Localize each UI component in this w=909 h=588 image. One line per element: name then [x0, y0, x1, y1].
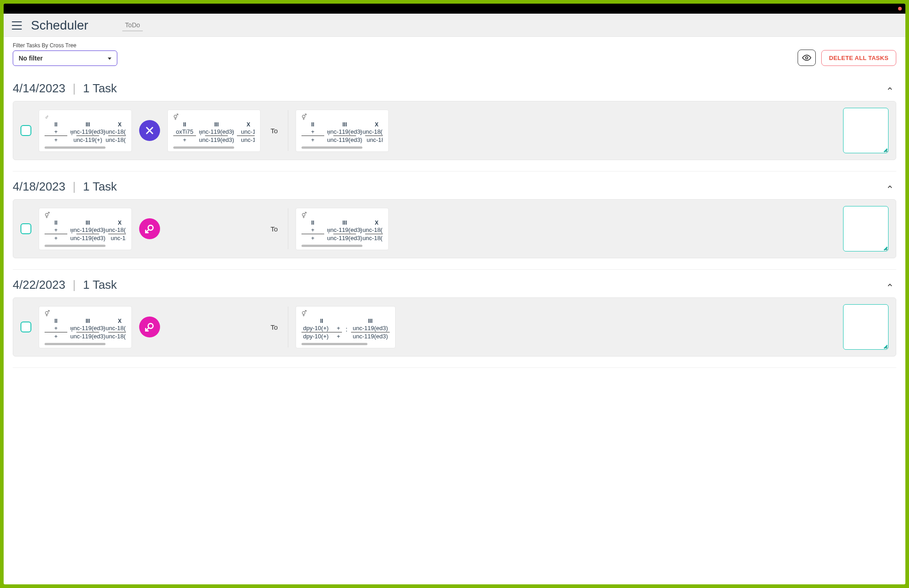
scrollbar[interactable]: [301, 245, 362, 247]
task-checkbox[interactable]: [20, 223, 31, 234]
to-label: To: [268, 323, 281, 331]
chromosome-label: III: [368, 318, 372, 324]
allele-bot: unc-18(md: [104, 332, 126, 340]
allele-bot: +: [52, 136, 60, 144]
note-textarea[interactable]: [843, 304, 889, 350]
chromosome-label: III: [85, 220, 90, 226]
task-checkbox[interactable]: [20, 322, 31, 332]
chromosome: Xunc-18(mdunc-18(: [365, 121, 383, 144]
strain-card[interactable]: ⚥II++:IIIunc-119(ed3)unc-119(ed3):Xunc-1…: [296, 208, 389, 250]
divider: [288, 208, 288, 249]
allele-top: unc-18(md: [104, 128, 126, 136]
chromosome: II++: [301, 220, 324, 242]
visibility-button[interactable]: [798, 50, 816, 66]
strain-card[interactable]: ♂II++:IIIunc-119(ed3)unc-119(+):Xunc-18(…: [39, 110, 132, 152]
filter-select[interactable]: No filter: [13, 50, 117, 66]
chromosome-label: II: [320, 318, 323, 324]
close-window-dot[interactable]: [898, 7, 902, 10]
task-count: 1 Task: [83, 81, 117, 95]
chromosome-label: II: [183, 121, 186, 128]
date-group-header[interactable]: 4/14/2023|1 Task: [13, 81, 896, 95]
chromosome-label: X: [118, 318, 121, 324]
date-label: 4/18/2023: [13, 180, 65, 194]
hermaphrodite-icon: ⚥: [301, 212, 383, 219]
scrollbar[interactable]: [301, 146, 362, 149]
chevron-up-icon[interactable]: [886, 183, 894, 191]
app-window: Scheduler ToDo Filter Tasks By Cross Tre…: [4, 4, 905, 584]
allele-bot: unc-1: [239, 136, 255, 144]
delete-all-button[interactable]: DELETE ALL TASKS: [821, 50, 896, 66]
page-title: Scheduler: [31, 18, 88, 33]
hermaphrodite-icon: ⚥: [45, 212, 126, 219]
chromosome-label: X: [118, 220, 121, 226]
strain-card[interactable]: ⚥IIdpy-10(+)+dpy-10(+)+:IIIunc-119(ed3)u…: [296, 306, 396, 348]
scrollbar[interactable]: [45, 146, 105, 149]
scrollbar[interactable]: [45, 343, 105, 345]
male-icon: ♂: [45, 114, 126, 121]
allele-top: +: [52, 128, 60, 136]
chromosome-label: II: [55, 220, 58, 226]
allele-bot: unc-119(ed3): [325, 234, 364, 242]
task-list: 4/14/2023|1 Task♂II++:IIIunc-119(ed3)unc…: [4, 70, 905, 584]
self-action-icon: [139, 317, 160, 337]
allele-bot: +: [52, 234, 60, 242]
chromosome: IIIunc-119(ed3)unc-119(ed3): [333, 220, 356, 242]
allele-bot: unc-119(ed3): [351, 332, 390, 340]
strain-card[interactable]: ⚥II++:IIIunc-119(ed3)unc-119(ed3):Xunc-1…: [296, 110, 389, 152]
allele-top: oxTi75: [174, 128, 196, 136]
scrollbar[interactable]: [45, 245, 105, 247]
task-row: ⚥II++:IIIunc-119(ed3)unc-119(ed3):Xunc-1…: [13, 297, 896, 357]
chromosome-label: II: [55, 121, 58, 128]
allele-top: +: [52, 324, 60, 332]
chromosome-label: II: [311, 220, 315, 226]
task-checkbox[interactable]: [20, 125, 31, 136]
divider: [288, 307, 288, 347]
allele-top: unc-119(ed3): [69, 324, 107, 332]
note-textarea[interactable]: [843, 108, 889, 153]
chromosome: Xunc-18(mdunc-18(md: [108, 121, 126, 144]
strain-card[interactable]: ⚥IIoxTi75+:IIIunc-119(ed3)unc-119(ed3):X…: [167, 110, 261, 152]
allele-top: unc-119(ed3): [325, 128, 364, 136]
chromosome-label: II: [311, 121, 315, 128]
chevron-up-icon[interactable]: [886, 281, 894, 289]
allele-bot: unc-18(: [365, 136, 383, 144]
separator: :: [346, 325, 347, 333]
allele-top: unc-119(ed3): [325, 226, 364, 234]
date-group-header[interactable]: 4/22/2023|1 Task: [13, 278, 896, 292]
allele-top: unc-18(md: [104, 324, 126, 332]
chromosome: IIIunc-119(ed3)unc-119(ed3): [333, 121, 356, 144]
allele-top: unc-1: [239, 128, 255, 136]
allele-bot: unc-119(ed3): [197, 136, 236, 144]
allele-bot: unc-119(+): [72, 136, 104, 144]
allele-top: +: [335, 324, 342, 332]
chromosome-label: III: [342, 121, 347, 128]
scrollbar[interactable]: [301, 343, 368, 345]
svg-point-0: [806, 57, 808, 59]
chromosome: Xunc-1unc-1: [237, 121, 255, 144]
tab-todo[interactable]: ToDo: [122, 20, 143, 31]
chromosome: IIIunc-119(ed3)unc-119(ed3): [76, 318, 99, 340]
chromosome: II++: [45, 121, 67, 144]
task-count: 1 Task: [83, 180, 117, 194]
date-group-header[interactable]: 4/18/2023|1 Task: [13, 180, 896, 194]
hermaphrodite-icon: ⚥: [301, 310, 390, 317]
allele-top: +: [52, 226, 60, 234]
menu-icon[interactable]: [12, 21, 22, 30]
chromosome: II++: [45, 318, 67, 340]
strain-card[interactable]: ⚥II++:IIIunc-119(ed3)unc-119(ed3):Xunc-1…: [39, 208, 132, 250]
allele-top: unc-18(md: [104, 226, 126, 234]
allele-bot: unc-18(md: [361, 234, 383, 242]
allele-bot: +: [181, 136, 188, 144]
chromosome: Xunc-18(mdunc-18(md: [108, 318, 126, 340]
chromosome-label: III: [85, 318, 90, 324]
note-textarea[interactable]: [843, 206, 889, 251]
filter-label: Filter Tasks By Cross Tree: [13, 42, 117, 49]
allele-top: unc-119(ed3): [69, 226, 107, 234]
chromosome-label: III: [85, 121, 90, 128]
strain-card[interactable]: ⚥II++:IIIunc-119(ed3)unc-119(ed3):Xunc-1…: [39, 306, 132, 348]
chromosome-label: II: [55, 318, 58, 324]
scrollbar[interactable]: [173, 146, 234, 149]
chevron-up-icon[interactable]: [886, 85, 894, 92]
task-row: ⚥II++:IIIunc-119(ed3)unc-119(ed3):Xunc-1…: [13, 199, 896, 258]
chromosome-label: III: [342, 220, 347, 226]
